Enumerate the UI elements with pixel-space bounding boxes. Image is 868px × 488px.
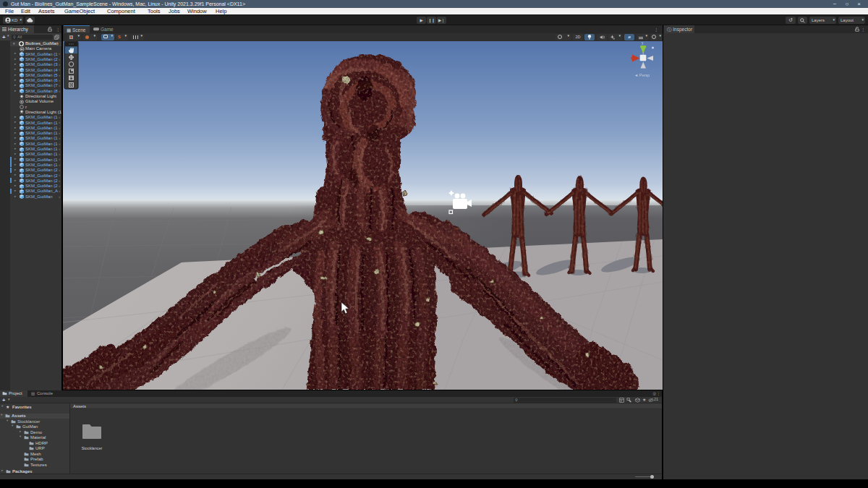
- svg-text:◄ Persp: ◄ Persp: [634, 73, 650, 77]
